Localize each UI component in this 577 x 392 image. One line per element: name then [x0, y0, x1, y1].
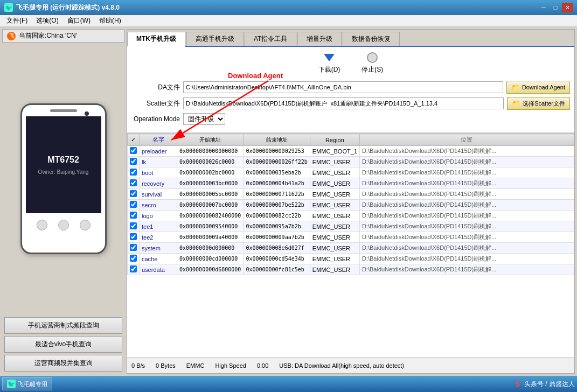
row-region: EMMC_USER	[310, 167, 359, 178]
row-region: EMMC_USER	[310, 157, 359, 167]
row-checkbox[interactable]	[130, 179, 137, 186]
status-message: USB: DA Download All(high speed, auto de…	[279, 362, 404, 369]
status-speed: 0 B/s	[131, 362, 145, 369]
download-label: 下载(D)	[318, 65, 340, 74]
row-location: D:\BaiduNetdiskDownload\X6D(PD1415D)刷机解.…	[359, 232, 574, 243]
row-end: 0x0000000095a7b2b	[244, 221, 310, 232]
window-controls: ─ □ ✕	[538, 3, 573, 12]
status-storage: EMMC	[186, 362, 205, 369]
row-region: EMMC_USER	[310, 211, 359, 221]
taskbar-app-label: 飞毛腿专用	[18, 380, 47, 388]
taskbar-app-icon: 🐦	[7, 380, 16, 388]
row-region: EMMC_USER	[310, 178, 359, 189]
right-panel: MTK手机升级 高通手机升级 AT指令工具 增量升级 数据备份恢复 下载(D) …	[127, 29, 575, 374]
row-checkbox[interactable]	[130, 201, 137, 208]
row-location: D:\BaiduNetdiskDownload\X6D(PD1415D)刷机解.…	[359, 189, 574, 200]
row-location: D:\BaiduNetdiskDownload\X6D(PD1415D)刷机解.…	[359, 167, 574, 178]
menu-help[interactable]: 帮助(H)	[95, 15, 126, 26]
row-end: 0x0000000035eba2b	[244, 167, 310, 178]
row-start: 0x0000000003bc0000	[177, 178, 244, 189]
maximize-button[interactable]: □	[550, 3, 561, 12]
header-end: 结束地址	[244, 134, 310, 146]
table-row: tee1 0x0000000009540000 0x0000000095a7b2…	[128, 221, 574, 232]
table-row: logo 0x00000000082400000 0x0000000082cc2…	[128, 211, 574, 221]
table-row: preloader 0x0000000000000000 0x000000000…	[128, 146, 574, 157]
phone-frame: MT6752 Owner: Baiping.Yang	[2, 45, 124, 313]
table-row: boot 0x000000002bc0000 0x0000000035eba2b…	[128, 167, 574, 178]
minimize-button[interactable]: ─	[538, 3, 549, 12]
table-row: tee2 0x0000000009a40000 0x0000000009aa7b…	[128, 232, 574, 243]
action-bar: 下载(D) 停止(S)	[127, 47, 574, 76]
mode-select[interactable]: 固件升级下载格式化	[183, 113, 225, 125]
carrier-band-btn[interactable]: 运营商频段并集查询	[4, 355, 122, 372]
phone-camera	[85, 111, 89, 116]
row-location: D:\BaiduNetdiskDownload\X6D(PD1415D)刷机解.…	[359, 200, 574, 211]
row-start: 0x000000000d6800000	[177, 264, 244, 275]
country-bar: 飞 当前国家:China 'CN'	[2, 29, 124, 43]
row-location: D:\BaiduNetdiskDownload\X6D(PD1415D)刷机解.…	[359, 178, 574, 189]
scrollable-table[interactable]: ✓ 名字 开始地址 结束地址 Region 位置 preloader 0x000…	[127, 134, 574, 357]
country-label: 当前国家:China 'CN'	[19, 31, 77, 40]
scatter-input[interactable]	[183, 97, 504, 109]
tab-qualcomm[interactable]: 高通手机升级	[186, 32, 244, 46]
menu-options[interactable]: 选项(O)	[32, 15, 62, 26]
title-bar: 🐦 飞毛腿专用 (运行时跟踪模式) v4.8.0 ─ □ ✕	[0, 0, 577, 15]
carrier-query-btn[interactable]: 手机运营商制式频段查询	[4, 317, 122, 334]
tab-backup[interactable]: 数据备份恢复	[343, 32, 400, 46]
phone-menu-btn	[80, 220, 91, 230]
menu-window[interactable]: 窗口(W)	[63, 15, 95, 26]
row-name: cache	[140, 254, 177, 264]
row-end: 0x000000008e6d027f	[244, 243, 310, 254]
row-checkbox[interactable]	[130, 147, 137, 154]
row-end: 0x000000000026ff22b	[244, 157, 310, 167]
row-end: 0x0000000007be522b	[244, 200, 310, 211]
tab-at[interactable]: AT指令工具	[245, 32, 296, 46]
row-end: 0x00000000cd54e34b	[244, 254, 310, 264]
row-checkbox[interactable]	[130, 158, 137, 165]
row-checkbox[interactable]	[130, 169, 137, 176]
row-checkbox[interactable]	[130, 222, 137, 229]
status-bar: 0 B/s 0 Bytes EMMC High Speed 0:00 USB: …	[127, 357, 574, 373]
left-buttons: 手机运营商制式频段查询 最适合vivo手机查询 运营商频段并集查询	[2, 315, 124, 374]
row-name: recovery	[140, 178, 177, 189]
row-start: 0x000000002bc0000	[177, 167, 244, 178]
row-region: EMMC_USER	[310, 221, 359, 232]
form-area: DA文件 📁 Download Agent Scatter文件 📁 选择Scat…	[127, 76, 574, 133]
row-checkbox[interactable]	[130, 244, 137, 251]
row-region: EMMC_USER	[310, 232, 359, 243]
header-start: 开始地址	[177, 134, 244, 146]
download-agent-label: Download Agent	[522, 84, 565, 90]
select-scatter-btn[interactable]: 📁 选择Scatter文件	[507, 97, 570, 110]
row-checkbox[interactable]	[130, 265, 137, 272]
row-checkbox[interactable]	[130, 255, 137, 262]
row-start: 0x0000000009a40000	[177, 232, 244, 243]
download-agent-btn[interactable]: 📁 Download Agent	[506, 81, 570, 94]
row-region: EMMC_USER	[310, 200, 359, 211]
row-name: tee1	[140, 221, 177, 232]
table-header-row: ✓ 名字 开始地址 结束地址 Region 位置	[128, 134, 574, 146]
row-name: lk	[140, 157, 177, 167]
close-button[interactable]: ✕	[562, 3, 573, 12]
row-name: userdata	[140, 264, 177, 275]
vivo-query-btn[interactable]: 最适合vivo手机查询	[4, 336, 122, 353]
tab-mtk[interactable]: MTK手机升级	[127, 32, 185, 47]
row-checkbox[interactable]	[130, 212, 137, 219]
scatter-file-row: Scatter文件 📁 选择Scatter文件	[131, 97, 570, 110]
taskbar-right: S 头条号 / 鼎盛达人	[515, 380, 575, 389]
taskbar-right-text: 头条号 / 鼎盛达人	[524, 380, 575, 389]
row-start: 0x0000000000000000	[177, 146, 244, 157]
country-icon: 飞	[7, 32, 16, 40]
partition-table: ✓ 名字 开始地址 结束地址 Region 位置 preloader 0x000…	[127, 134, 574, 275]
da-input[interactable]	[183, 81, 503, 93]
row-checkbox[interactable]	[130, 190, 137, 197]
menu-file[interactable]: 文件(F)	[2, 15, 32, 26]
row-location: D:\BaiduNetdiskDownload\X6D(PD1415D)刷机解.…	[359, 146, 574, 157]
taskbar-app-btn[interactable]: 🐦 飞毛腿专用	[2, 377, 52, 390]
stop-action[interactable]: 停止(S)	[362, 51, 383, 74]
tab-increment[interactable]: 增量升级	[297, 32, 342, 46]
row-location: D:\BaiduNetdiskDownload\X6D(PD1415D)刷机解.…	[359, 264, 574, 275]
stop-circle-shape	[367, 52, 378, 63]
download-action[interactable]: 下载(D)	[318, 51, 340, 74]
phone-home-btn	[58, 220, 69, 230]
row-checkbox[interactable]	[130, 233, 137, 240]
